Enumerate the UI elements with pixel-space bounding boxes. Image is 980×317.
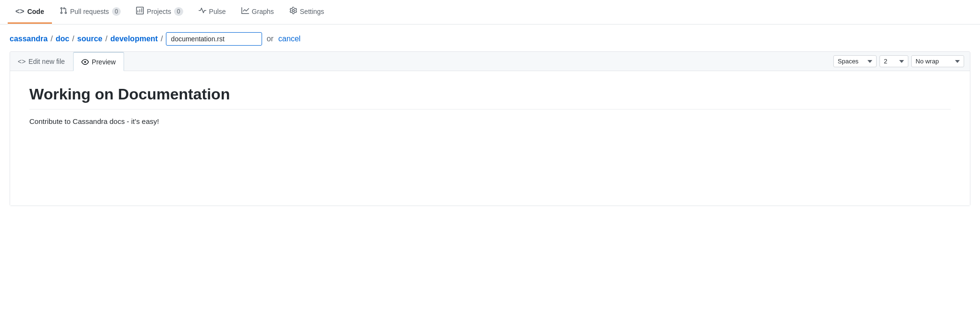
- pull-requests-badge: 0: [112, 7, 121, 16]
- spaces-select[interactable]: Spaces Tabs: [833, 55, 877, 67]
- graphs-icon: [241, 7, 249, 16]
- editor-controls: Spaces Tabs 2 4 8 No wrap Soft wrap: [828, 52, 970, 71]
- preview-heading: Working on Documentation: [29, 85, 951, 110]
- breadcrumb-cassandra[interactable]: cassandra: [10, 35, 48, 43]
- tab-pull-requests-label: Pull requests: [70, 8, 109, 15]
- breadcrumb-sep-3: /: [105, 35, 107, 43]
- tab-preview[interactable]: Preview: [73, 52, 124, 71]
- tab-pulse-label: Pulse: [209, 8, 226, 15]
- tab-code-label: Code: [27, 8, 44, 15]
- preview-eye-icon: [81, 58, 89, 66]
- filename-input[interactable]: [166, 32, 262, 46]
- tab-pull-requests[interactable]: Pull requests 0: [52, 0, 129, 24]
- code-icon: <>: [15, 7, 25, 16]
- pull-requests-icon: [60, 7, 67, 16]
- repo-nav: <> Code Pull requests 0 Projects 0 Pulse…: [0, 0, 980, 24]
- editor-toolbar: <> Edit new file Preview Spaces Tabs 2 4…: [10, 52, 970, 71]
- breadcrumb-sep-4: /: [161, 35, 163, 43]
- projects-icon: [136, 7, 144, 16]
- breadcrumb-sep-2: /: [72, 35, 74, 43]
- breadcrumb-source[interactable]: source: [77, 35, 102, 43]
- breadcrumb-development[interactable]: development: [110, 35, 158, 43]
- tab-graphs[interactable]: Graphs: [234, 0, 282, 24]
- preview-content: Working on Documentation Contribute to C…: [10, 71, 970, 206]
- breadcrumb-doc[interactable]: doc: [56, 35, 69, 43]
- tab-preview-label: Preview: [92, 58, 116, 66]
- breadcrumb: cassandra / doc / source / development /…: [0, 24, 980, 51]
- editor-tabs: <> Edit new file Preview: [10, 52, 124, 71]
- breadcrumb-sep-1: /: [50, 35, 52, 43]
- preview-subtext: Contribute to Cassandra docs - it's easy…: [29, 117, 951, 125]
- tab-graphs-label: Graphs: [252, 8, 274, 15]
- tab-pulse[interactable]: Pulse: [191, 0, 234, 24]
- or-text: or: [267, 35, 274, 43]
- cancel-link[interactable]: cancel: [278, 35, 301, 43]
- projects-badge: 0: [174, 7, 183, 16]
- pulse-icon: [199, 7, 206, 16]
- tab-code[interactable]: <> Code: [8, 0, 52, 24]
- settings-icon: [289, 7, 297, 16]
- tab-settings-label: Settings: [300, 8, 325, 15]
- code-edit-icon: <>: [18, 58, 25, 65]
- tab-settings[interactable]: Settings: [282, 0, 332, 24]
- tab-edit-label: Edit new file: [28, 58, 64, 65]
- tab-projects[interactable]: Projects 0: [128, 0, 190, 24]
- tab-edit-new-file[interactable]: <> Edit new file: [10, 52, 73, 71]
- wrap-select[interactable]: No wrap Soft wrap: [911, 55, 964, 67]
- editor-container: <> Edit new file Preview Spaces Tabs 2 4…: [10, 51, 970, 206]
- indent-select[interactable]: 2 4 8: [879, 55, 908, 67]
- tab-projects-label: Projects: [147, 8, 171, 15]
